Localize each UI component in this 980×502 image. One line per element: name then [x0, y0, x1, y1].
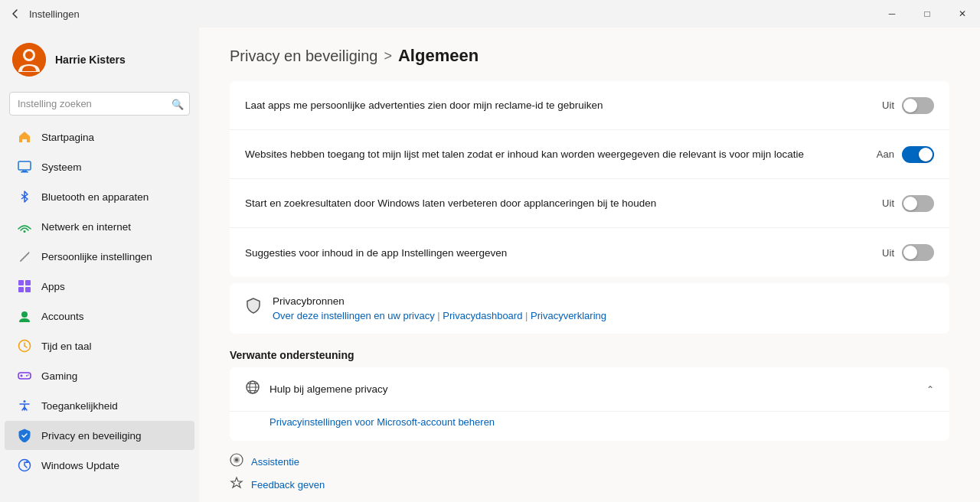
system-icon — [17, 159, 32, 174]
home-icon — [17, 129, 32, 145]
minimize-button[interactable]: ─ — [874, 0, 910, 28]
setting-status-ads: Uit — [882, 99, 894, 111]
search-icon: 🔍 — [172, 98, 184, 109]
bottom-link-text-assistant[interactable]: Assistentie — [251, 456, 299, 468]
sidebar-item-personalize[interactable]: Persoonlijke instellingen — [5, 242, 194, 271]
setting-row-websites: Websites hebben toegang tot mijn lijst m… — [230, 130, 949, 179]
privacy-icon — [17, 428, 32, 443]
sidebar-item-label-privacy: Privacy en beveiliging — [41, 430, 142, 442]
apps-icon — [17, 279, 32, 294]
sidebar-item-accessibility[interactable]: Toegankelijkheid — [5, 391, 194, 420]
sidebar-item-time[interactable]: Tijd en taal — [5, 331, 194, 360]
sidebar-item-apps[interactable]: Apps — [5, 272, 194, 301]
search-box: 🔍 — [9, 92, 190, 116]
toggle-track-suggestions — [902, 244, 934, 261]
update-icon — [17, 458, 32, 473]
privacy-links: Over deze instellingen en uw privacy | P… — [273, 310, 606, 321]
titlebar-title: Instellingen — [29, 8, 80, 20]
setting-label-ads: Laat apps me persoonlijke advertenties z… — [245, 99, 882, 111]
toggle-ads[interactable] — [902, 97, 934, 114]
setting-row-search: Start en zoekresultaten door Windows lat… — [230, 179, 949, 228]
avatar — [12, 43, 46, 77]
network-icon — [17, 219, 32, 234]
toggle-thumb-websites — [919, 148, 933, 161]
bottom-link-text-feedback[interactable]: Feedback geven — [251, 479, 325, 491]
window-controls: ─ □ ✕ — [874, 0, 980, 28]
privacy-account-link[interactable]: Privacyinstellingen voor Microsoft-accou… — [270, 416, 495, 428]
sidebar-item-privacy[interactable]: Privacy en beveiliging — [5, 421, 194, 450]
svg-rect-10 — [25, 287, 31, 292]
setting-row-suggestions: Suggesties voor inhoud in de app Instell… — [230, 228, 949, 277]
support-item-title: Hulp bij algemene privacy — [270, 383, 388, 395]
close-button[interactable]: ✕ — [945, 0, 980, 28]
svg-rect-5 — [21, 171, 28, 173]
related-support-title: Verwante ondersteuning — [230, 349, 949, 361]
maximize-button[interactable]: □ — [910, 0, 945, 28]
sidebar-item-label-network: Netwerk en internet — [41, 221, 131, 233]
breadcrumb-separator: > — [384, 48, 392, 64]
svg-point-25 — [235, 458, 238, 461]
back-button[interactable] — [9, 8, 21, 20]
app-body: Harrie Kisters 🔍 StartpaginaSysteemBluet… — [0, 28, 980, 502]
breadcrumb-parent: Privacy en beveiliging — [230, 47, 377, 65]
sidebar-item-label-accessibility: Toegankelijkheid — [41, 400, 118, 412]
sidebar-item-update[interactable]: Windows Update — [5, 451, 194, 480]
support-header[interactable]: Hulp bij algemene privacy ⌃ — [230, 367, 949, 411]
setting-label-search: Start en zoekresultaten door Windows lat… — [245, 197, 882, 209]
setting-status-websites: Aan — [877, 148, 894, 160]
toggle-suggestions[interactable] — [902, 244, 934, 261]
setting-right-suggestions: Uit — [882, 244, 934, 261]
shield-icon — [245, 297, 262, 318]
bottom-links: AssistentieFeedback geven — [230, 453, 949, 493]
svg-rect-8 — [25, 280, 31, 285]
user-profile: Harrie Kisters — [0, 34, 199, 89]
sidebar-item-label-accounts: Accounts — [41, 311, 84, 322]
sidebar-item-label-update: Windows Update — [41, 460, 119, 471]
personalize-icon — [17, 249, 32, 264]
gaming-icon — [17, 368, 32, 383]
setting-status-search: Uit — [882, 197, 894, 209]
sidebar-item-system[interactable]: Systeem — [5, 152, 194, 181]
toggle-search[interactable] — [902, 195, 934, 212]
sidebar-item-label-home: Startpagina — [41, 132, 94, 143]
svg-point-11 — [21, 311, 28, 318]
avatar-graphic — [12, 43, 46, 77]
svg-point-16 — [24, 400, 26, 403]
breadcrumb-current: Algemeen — [398, 46, 479, 66]
setting-row-ads: Laat apps me persoonlijke advertenties z… — [230, 81, 949, 130]
privacy-resource-link-1[interactable]: Privacydashboard — [443, 310, 522, 321]
bluetooth-icon — [17, 189, 32, 204]
sidebar-item-gaming[interactable]: Gaming — [5, 361, 194, 390]
toggle-track-ads — [902, 97, 934, 114]
privacy-resource-link-0[interactable]: Over deze instellingen en uw privacy — [273, 310, 435, 321]
toggle-track-search — [902, 195, 934, 212]
setting-right-search: Uit — [882, 195, 934, 212]
toggle-thumb-ads — [903, 99, 917, 112]
main-content: Privacy en beveiliging > Algemeen Laat a… — [199, 28, 980, 502]
toggle-thumb-search — [903, 197, 917, 210]
sidebar-item-bluetooth[interactable]: Bluetooth en apparaten — [5, 182, 194, 211]
nav-list: StartpaginaSysteemBluetooth en apparaten… — [0, 122, 199, 481]
setting-status-suggestions: Uit — [882, 247, 894, 259]
bottom-link-item-feedback: Feedback geven — [230, 476, 949, 493]
sidebar: Harrie Kisters 🔍 StartpaginaSysteemBluet… — [0, 28, 199, 502]
privacy-resources-card: Privacybronnen Over deze instellingen en… — [230, 283, 949, 334]
svg-point-6 — [24, 230, 26, 233]
setting-right-ads: Uit — [882, 97, 934, 114]
globe-icon — [245, 380, 260, 399]
sidebar-item-accounts[interactable]: Accounts — [5, 302, 194, 331]
accessibility-icon — [17, 398, 32, 413]
sidebar-item-home[interactable]: Startpagina — [5, 122, 194, 152]
privacy-resource-link-2[interactable]: Privacyverklaring — [531, 310, 606, 321]
search-input[interactable] — [9, 92, 190, 116]
sidebar-item-label-apps: Apps — [41, 281, 65, 292]
sidebar-item-label-system: Systeem — [41, 161, 82, 173]
sidebar-item-label-time: Tijd en taal — [41, 341, 92, 352]
support-card: Hulp bij algemene privacy ⌃ Privacyinste… — [230, 367, 949, 441]
svg-rect-7 — [18, 280, 24, 285]
sidebar-item-label-personalize: Persoonlijke instellingen — [41, 251, 152, 262]
toggle-websites[interactable] — [902, 146, 934, 163]
support-header-left: Hulp bij algemene privacy — [245, 380, 388, 399]
sidebar-item-label-gaming: Gaming — [41, 370, 77, 382]
sidebar-item-network[interactable]: Netwerk en internet — [5, 212, 194, 241]
